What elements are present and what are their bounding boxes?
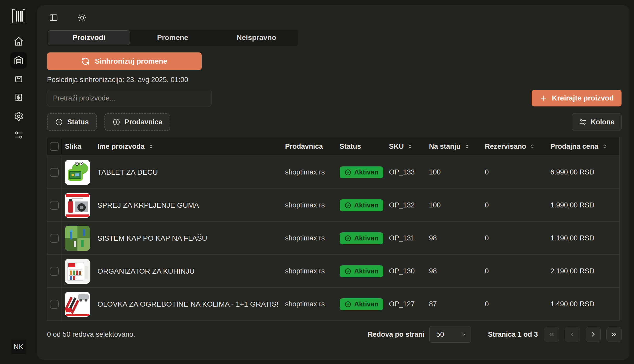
status-badge: Aktivan <box>340 298 383 310</box>
row-checkbox[interactable] <box>50 267 59 276</box>
create-button-label: Kreirajte proizvod <box>552 94 614 102</box>
products-table: Slika Ime proizvoda Prodavnica Status SK… <box>47 137 620 321</box>
product-price: 1.490,00 RSD <box>547 300 620 308</box>
row-checkbox[interactable] <box>50 168 59 177</box>
row-checkbox[interactable] <box>50 201 59 210</box>
tab-neispravno[interactable]: Neispravno <box>215 30 298 45</box>
chevrons-up-down-icon <box>148 143 154 150</box>
rows-per-page-value: 50 <box>436 331 444 339</box>
product-sku: OP_130 <box>385 267 425 275</box>
product-price: 6.990,00 RSD <box>547 168 620 176</box>
circle-check-icon <box>344 169 352 176</box>
product-price: 1.190,00 RSD <box>547 234 620 242</box>
user-avatar[interactable]: NK <box>11 340 26 354</box>
sidebar-item-products[interactable] <box>10 52 27 69</box>
chevron-right-icon <box>590 331 597 338</box>
table-row: SISTEM KAP PO KAP NA FLAŠU shoptimax.rs … <box>47 221 619 254</box>
header-sku[interactable]: SKU <box>385 143 425 151</box>
tab-bar: Proizvodi Promene Neispravno <box>47 30 298 46</box>
product-stock: 87 <box>425 300 481 308</box>
product-store: shoptimax.rs <box>281 234 336 242</box>
product-stock: 98 <box>425 267 481 275</box>
product-image <box>65 259 90 284</box>
sync-button-label: Sinhronizuj promene <box>95 57 167 65</box>
refresh-icon <box>81 57 90 65</box>
product-store: shoptimax.rs <box>281 201 336 209</box>
header-status: Status <box>336 143 385 151</box>
receipt-icon <box>14 92 24 102</box>
chevron-down-icon <box>461 331 467 338</box>
last-page-button[interactable] <box>606 327 622 342</box>
row-checkbox[interactable] <box>50 234 59 243</box>
theme-toggle-button[interactable] <box>76 12 88 24</box>
sliders-icon <box>579 118 587 126</box>
status-badge: Aktivan <box>340 265 383 277</box>
product-reserved: 0 <box>481 234 547 242</box>
rows-per-page-select[interactable]: 50 <box>429 326 471 343</box>
header-na-stanju[interactable]: Na stanju <box>425 143 481 151</box>
columns-button-label: Kolone <box>591 118 615 126</box>
sidebar-toggle-button[interactable] <box>48 12 60 24</box>
circle-check-icon <box>344 268 352 275</box>
chevrons-left-icon <box>548 331 555 338</box>
table-row: TABLET ZA DECU shoptimax.rs Aktivan OP_1… <box>47 156 619 188</box>
chevron-left-icon <box>569 331 576 338</box>
table-row: SPREJ ZA KRPLJENJE GUMA shoptimax.rs Akt… <box>47 188 619 221</box>
chevrons-up-down-icon <box>529 143 536 150</box>
product-sku: OP_133 <box>385 168 425 176</box>
shopping-bag-icon <box>14 74 24 84</box>
circle-plus-icon <box>55 118 63 126</box>
tab-proizvodi[interactable]: Proizvodi <box>48 30 130 45</box>
filter-prodavnica-label: Prodavnica <box>125 118 163 126</box>
home-icon <box>14 36 24 46</box>
gear-icon <box>14 111 24 121</box>
product-price: 1.990,00 RSD <box>547 201 620 209</box>
sidebar-item-settings[interactable] <box>10 108 27 125</box>
sidebar-item-home[interactable] <box>10 33 27 50</box>
product-price: 2.190,00 RSD <box>547 267 620 275</box>
sidebar: NK <box>0 0 37 364</box>
product-stock: 98 <box>425 234 481 242</box>
product-name: ORGANIZATOR ZA KUHINJU <box>94 267 281 275</box>
filter-prodavnica-button[interactable]: Prodavnica <box>104 113 170 131</box>
row-checkbox[interactable] <box>50 300 59 309</box>
product-store: shoptimax.rs <box>281 267 336 275</box>
circle-check-icon <box>344 301 352 308</box>
product-image <box>65 160 90 185</box>
search-input[interactable] <box>47 90 212 106</box>
header-prodajna-cena[interactable]: Prodajna cena <box>547 143 620 151</box>
product-image <box>65 226 90 251</box>
filter-row: Status Prodavnica Kolone <box>47 113 622 131</box>
panel-left-icon <box>49 13 58 22</box>
product-name: SISTEM KAP PO KAP NA FLAŠU <box>94 234 281 242</box>
header-ime-proizvoda[interactable]: Ime proizvoda <box>94 143 281 151</box>
first-page-button[interactable] <box>544 327 559 342</box>
table-row: ORGANIZATOR ZA KUHINJU shoptimax.rs Akti… <box>47 254 619 287</box>
topbar <box>48 11 622 24</box>
previous-page-button[interactable] <box>565 327 580 342</box>
select-all-checkbox[interactable] <box>50 142 59 151</box>
circle-check-icon <box>344 235 352 242</box>
product-reserved: 0 <box>481 300 547 308</box>
sync-changes-button[interactable]: Sinhronizuj promene <box>47 52 202 70</box>
last-sync-text: Poslednja sinhronizacija: 23. avg 2025. … <box>47 76 622 84</box>
status-badge: Aktivan <box>340 232 383 244</box>
filter-status-button[interactable]: Status <box>47 113 97 131</box>
create-product-button[interactable]: Kreirajte proizvod <box>532 90 622 106</box>
header-rezervisano[interactable]: Rezervisano <box>481 143 547 151</box>
product-stock: 100 <box>425 201 481 209</box>
next-page-button[interactable] <box>586 327 601 342</box>
pagination <box>544 327 622 342</box>
table-header-row: Slika Ime proizvoda Prodavnica Status SK… <box>47 137 619 156</box>
sidebar-item-billing[interactable] <box>10 89 27 106</box>
selection-status: 0 od 50 redova selektovano. <box>47 331 135 339</box>
product-reserved: 0 <box>481 168 547 176</box>
sidebar-item-preferences[interactable] <box>10 127 27 143</box>
tab-promene[interactable]: Promene <box>131 30 214 45</box>
sidebar-item-orders[interactable] <box>10 70 27 87</box>
table-footer: 0 od 50 redova selektovano. Redova po st… <box>47 326 622 343</box>
columns-button[interactable]: Kolone <box>572 113 622 131</box>
sliders-icon <box>14 130 24 140</box>
chevrons-up-down-icon <box>464 143 470 150</box>
product-store: shoptimax.rs <box>281 168 336 176</box>
